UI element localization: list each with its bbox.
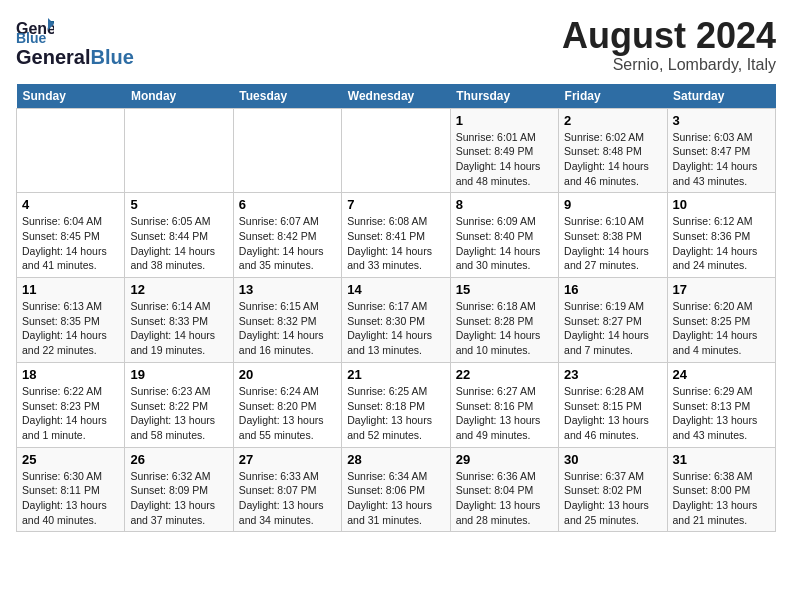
day-number: 15 [456, 282, 553, 297]
day-info: Sunrise: 6:08 AMSunset: 8:41 PMDaylight:… [347, 214, 444, 273]
day-info: Sunrise: 6:37 AMSunset: 8:02 PMDaylight:… [564, 469, 661, 528]
day-info: Sunrise: 6:10 AMSunset: 8:38 PMDaylight:… [564, 214, 661, 273]
calendar-cell: 16Sunrise: 6:19 AMSunset: 8:27 PMDayligh… [559, 278, 667, 363]
day-number: 2 [564, 113, 661, 128]
calendar-cell: 25Sunrise: 6:30 AMSunset: 8:11 PMDayligh… [17, 447, 125, 532]
day-info: Sunrise: 6:04 AMSunset: 8:45 PMDaylight:… [22, 214, 119, 273]
day-number: 4 [22, 197, 119, 212]
day-info: Sunrise: 6:18 AMSunset: 8:28 PMDaylight:… [456, 299, 553, 358]
page-header: General Blue GeneralBlue August 2024 Ser… [16, 16, 776, 74]
calendar-cell: 3Sunrise: 6:03 AMSunset: 8:47 PMDaylight… [667, 108, 775, 193]
day-number: 13 [239, 282, 336, 297]
calendar-cell: 29Sunrise: 6:36 AMSunset: 8:04 PMDayligh… [450, 447, 558, 532]
day-info: Sunrise: 6:34 AMSunset: 8:06 PMDaylight:… [347, 469, 444, 528]
day-number: 6 [239, 197, 336, 212]
day-info: Sunrise: 6:23 AMSunset: 8:22 PMDaylight:… [130, 384, 227, 443]
day-number: 7 [347, 197, 444, 212]
calendar-week-row: 18Sunrise: 6:22 AMSunset: 8:23 PMDayligh… [17, 362, 776, 447]
day-info: Sunrise: 6:09 AMSunset: 8:40 PMDaylight:… [456, 214, 553, 273]
calendar-cell: 11Sunrise: 6:13 AMSunset: 8:35 PMDayligh… [17, 278, 125, 363]
calendar-cell [17, 108, 125, 193]
calendar-week-row: 11Sunrise: 6:13 AMSunset: 8:35 PMDayligh… [17, 278, 776, 363]
calendar-cell [233, 108, 341, 193]
calendar-cell: 4Sunrise: 6:04 AMSunset: 8:45 PMDaylight… [17, 193, 125, 278]
day-info: Sunrise: 6:22 AMSunset: 8:23 PMDaylight:… [22, 384, 119, 443]
calendar-cell: 12Sunrise: 6:14 AMSunset: 8:33 PMDayligh… [125, 278, 233, 363]
day-info: Sunrise: 6:25 AMSunset: 8:18 PMDaylight:… [347, 384, 444, 443]
day-number: 30 [564, 452, 661, 467]
calendar-table: SundayMondayTuesdayWednesdayThursdayFrid… [16, 84, 776, 533]
day-info: Sunrise: 6:01 AMSunset: 8:49 PMDaylight:… [456, 130, 553, 189]
weekday-header: Sunday [17, 84, 125, 109]
day-info: Sunrise: 6:27 AMSunset: 8:16 PMDaylight:… [456, 384, 553, 443]
logo-blue: Blue [90, 46, 133, 68]
day-number: 3 [673, 113, 770, 128]
calendar-cell: 19Sunrise: 6:23 AMSunset: 8:22 PMDayligh… [125, 362, 233, 447]
day-info: Sunrise: 6:15 AMSunset: 8:32 PMDaylight:… [239, 299, 336, 358]
day-number: 24 [673, 367, 770, 382]
calendar-cell: 7Sunrise: 6:08 AMSunset: 8:41 PMDaylight… [342, 193, 450, 278]
day-info: Sunrise: 6:02 AMSunset: 8:48 PMDaylight:… [564, 130, 661, 189]
day-info: Sunrise: 6:32 AMSunset: 8:09 PMDaylight:… [130, 469, 227, 528]
day-number: 31 [673, 452, 770, 467]
calendar-week-row: 1Sunrise: 6:01 AMSunset: 8:49 PMDaylight… [17, 108, 776, 193]
calendar-header: SundayMondayTuesdayWednesdayThursdayFrid… [17, 84, 776, 109]
calendar-cell: 28Sunrise: 6:34 AMSunset: 8:06 PMDayligh… [342, 447, 450, 532]
day-info: Sunrise: 6:24 AMSunset: 8:20 PMDaylight:… [239, 384, 336, 443]
calendar-body: 1Sunrise: 6:01 AMSunset: 8:49 PMDaylight… [17, 108, 776, 532]
title-area: August 2024 Sernio, Lombardy, Italy [562, 16, 776, 74]
calendar-cell: 1Sunrise: 6:01 AMSunset: 8:49 PMDaylight… [450, 108, 558, 193]
weekday-header: Wednesday [342, 84, 450, 109]
logo-icon: General Blue [16, 16, 54, 44]
day-info: Sunrise: 6:28 AMSunset: 8:15 PMDaylight:… [564, 384, 661, 443]
calendar-cell: 30Sunrise: 6:37 AMSunset: 8:02 PMDayligh… [559, 447, 667, 532]
day-number: 17 [673, 282, 770, 297]
svg-text:Blue: Blue [16, 30, 47, 44]
day-info: Sunrise: 6:13 AMSunset: 8:35 PMDaylight:… [22, 299, 119, 358]
day-number: 9 [564, 197, 661, 212]
day-info: Sunrise: 6:19 AMSunset: 8:27 PMDaylight:… [564, 299, 661, 358]
day-number: 27 [239, 452, 336, 467]
day-info: Sunrise: 6:12 AMSunset: 8:36 PMDaylight:… [673, 214, 770, 273]
weekday-header: Monday [125, 84, 233, 109]
day-number: 23 [564, 367, 661, 382]
calendar-cell: 2Sunrise: 6:02 AMSunset: 8:48 PMDaylight… [559, 108, 667, 193]
day-number: 1 [456, 113, 553, 128]
day-number: 22 [456, 367, 553, 382]
day-info: Sunrise: 6:36 AMSunset: 8:04 PMDaylight:… [456, 469, 553, 528]
day-number: 19 [130, 367, 227, 382]
month-title: August 2024 [562, 16, 776, 56]
day-number: 5 [130, 197, 227, 212]
day-info: Sunrise: 6:14 AMSunset: 8:33 PMDaylight:… [130, 299, 227, 358]
calendar-cell [125, 108, 233, 193]
calendar-cell: 5Sunrise: 6:05 AMSunset: 8:44 PMDaylight… [125, 193, 233, 278]
day-number: 21 [347, 367, 444, 382]
calendar-week-row: 4Sunrise: 6:04 AMSunset: 8:45 PMDaylight… [17, 193, 776, 278]
calendar-cell: 22Sunrise: 6:27 AMSunset: 8:16 PMDayligh… [450, 362, 558, 447]
calendar-cell: 24Sunrise: 6:29 AMSunset: 8:13 PMDayligh… [667, 362, 775, 447]
calendar-cell: 6Sunrise: 6:07 AMSunset: 8:42 PMDaylight… [233, 193, 341, 278]
calendar-cell: 21Sunrise: 6:25 AMSunset: 8:18 PMDayligh… [342, 362, 450, 447]
calendar-cell: 10Sunrise: 6:12 AMSunset: 8:36 PMDayligh… [667, 193, 775, 278]
day-number: 8 [456, 197, 553, 212]
day-info: Sunrise: 6:20 AMSunset: 8:25 PMDaylight:… [673, 299, 770, 358]
day-number: 20 [239, 367, 336, 382]
calendar-cell: 13Sunrise: 6:15 AMSunset: 8:32 PMDayligh… [233, 278, 341, 363]
calendar-cell: 8Sunrise: 6:09 AMSunset: 8:40 PMDaylight… [450, 193, 558, 278]
logo-general: General [16, 46, 90, 68]
day-number: 11 [22, 282, 119, 297]
location-title: Sernio, Lombardy, Italy [562, 56, 776, 74]
day-number: 29 [456, 452, 553, 467]
calendar-cell: 15Sunrise: 6:18 AMSunset: 8:28 PMDayligh… [450, 278, 558, 363]
weekday-header: Friday [559, 84, 667, 109]
calendar-cell: 27Sunrise: 6:33 AMSunset: 8:07 PMDayligh… [233, 447, 341, 532]
day-info: Sunrise: 6:17 AMSunset: 8:30 PMDaylight:… [347, 299, 444, 358]
weekday-header: Saturday [667, 84, 775, 109]
calendar-cell: 9Sunrise: 6:10 AMSunset: 8:38 PMDaylight… [559, 193, 667, 278]
day-info: Sunrise: 6:38 AMSunset: 8:00 PMDaylight:… [673, 469, 770, 528]
logo: General Blue GeneralBlue [16, 16, 134, 69]
day-number: 25 [22, 452, 119, 467]
day-number: 14 [347, 282, 444, 297]
weekday-header: Tuesday [233, 84, 341, 109]
calendar-cell: 26Sunrise: 6:32 AMSunset: 8:09 PMDayligh… [125, 447, 233, 532]
